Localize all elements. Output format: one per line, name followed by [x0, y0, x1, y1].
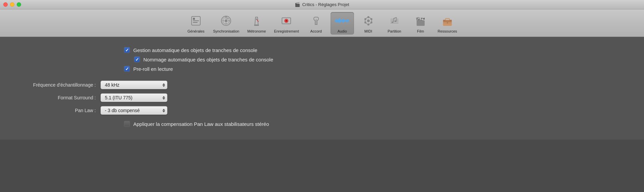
close-button[interactable]: [3, 2, 8, 7]
svg-line-11: [227, 18, 228, 19]
surround-arrow: [162, 96, 165, 100]
arrow-down-icon-2: [162, 98, 165, 100]
panlaw-dropdown[interactable]: - 3 db compensé: [100, 106, 167, 115]
svg-point-15: [256, 18, 257, 20]
title-icon: 🎬: [295, 2, 300, 7]
enregistrement-label: Enregistrement: [274, 29, 299, 33]
surround-dropdown[interactable]: 5.1 (ITU 775): [100, 93, 167, 102]
svg-point-37: [364, 21, 366, 23]
audio-icon: [335, 13, 350, 28]
traffic-lights: [3, 2, 21, 7]
checkboxes-section: ✓ Gestion automatique des objets de tran…: [124, 47, 273, 75]
toolbar-item-enregistrement[interactable]: Enregistrement: [271, 12, 302, 35]
checkbox-row-4: ✓ Appliquer la compensation Pan Law aux …: [124, 121, 269, 127]
arrow-up-icon-3: [162, 109, 165, 110]
svg-point-34: [370, 18, 372, 20]
checkbox-1[interactable]: ✓: [124, 47, 130, 53]
svg-rect-60: [447, 22, 448, 23]
checkbox-4-label: Appliquer la compensation Pan Law aux st…: [133, 121, 269, 127]
svg-rect-25: [340, 19, 341, 22]
svg-point-39: [367, 19, 370, 22]
toolbar: Générales Synchronisation: [0, 9, 644, 37]
checkbox-4[interactable]: ✓: [124, 121, 130, 127]
svg-point-33: [367, 16, 369, 18]
panlaw-arrow: [162, 109, 165, 112]
titlebar: 🎬 Critics - Réglages Projet: [0, 0, 644, 9]
ressources-label: Ressources: [438, 29, 457, 33]
arrow-up-icon-2: [162, 96, 165, 98]
window-title: 🎬 Critics - Réglages Projet: [295, 2, 349, 7]
svg-rect-58: [445, 18, 449, 20]
enregistrement-icon: [279, 13, 294, 28]
panlaw-value: - 3 db compensé: [105, 108, 140, 113]
partition-label: Partition: [388, 29, 401, 33]
ressources-icon: [440, 13, 455, 28]
checkmark-4: ✓: [125, 122, 129, 126]
minimize-button[interactable]: [10, 2, 14, 7]
checkmark-3: ✓: [125, 67, 129, 71]
maximize-button[interactable]: [17, 2, 21, 7]
synchronisation-label: Synchronisation: [213, 29, 239, 33]
checkbox-1-label: Gestion automatique des objets de tranch…: [133, 47, 257, 53]
surround-label: Format Surround :: [0, 95, 100, 100]
checkmark-1: ✓: [125, 48, 129, 52]
svg-rect-22: [336, 19, 337, 23]
accord-label: Accord: [310, 29, 322, 33]
svg-point-19: [286, 20, 287, 21]
title-text: Critics - Réglages Projet: [302, 2, 349, 7]
checkbox-3[interactable]: ✓: [124, 66, 130, 72]
frequence-value: 48 kHz: [105, 82, 120, 88]
svg-rect-29: [345, 20, 346, 21]
svg-rect-16: [254, 25, 259, 26]
svg-rect-21: [335, 20, 336, 22]
checkbox-3-label: Pre-roll en lecture: [133, 66, 173, 72]
metronome-label: Métronome: [247, 29, 266, 33]
frequence-arrow: [162, 83, 165, 87]
toolbar-item-partition[interactable]: Partition: [383, 12, 406, 35]
svg-rect-2: [193, 20, 199, 21]
svg-rect-3: [193, 22, 198, 23]
midi-label: MIDI: [364, 29, 372, 33]
svg-rect-28: [344, 19, 345, 22]
arrow-down-icon: [162, 85, 165, 87]
toolbar-item-accord[interactable]: Accord: [304, 12, 328, 35]
svg-point-36: [367, 23, 369, 26]
checkbox-row-3: ✓ Pre-roll en lecture: [124, 66, 273, 72]
svg-rect-27: [343, 19, 344, 23]
toolbar-item-metronome[interactable]: Métronome: [244, 12, 269, 35]
svg-point-35: [370, 21, 372, 23]
svg-rect-24: [339, 18, 340, 23]
toolbar-item-midi[interactable]: MIDI: [357, 12, 380, 35]
svg-point-38: [364, 18, 366, 20]
checkbox-2[interactable]: ✓: [134, 56, 140, 62]
svg-rect-26: [341, 20, 342, 22]
frequence-row: Fréquence d'échantillonnage : 48 kHz: [0, 81, 167, 89]
svg-rect-30: [346, 19, 347, 22]
film-icon: [413, 13, 428, 28]
checkbox-2-label: Nommage automatique des objets de tranch…: [143, 57, 273, 62]
checkmark-2: ✓: [135, 57, 139, 62]
metronome-icon: [249, 13, 264, 28]
film-label: Film: [417, 29, 424, 33]
svg-line-48: [393, 17, 397, 18]
generales-label: Générales: [188, 29, 205, 33]
checkbox-row-1: ✓ Gestion automatique des objets de tran…: [124, 47, 273, 53]
synchronisation-icon: [219, 13, 233, 28]
toolbar-item-audio[interactable]: Audio: [331, 12, 354, 35]
surround-row: Format Surround : 5.1 (ITU 775): [0, 93, 167, 102]
main-content: ✓ Gestion automatique des objets de tran…: [0, 37, 644, 140]
checkbox-row-2: ✓ Nommage automatique des objets de tran…: [134, 56, 273, 62]
arrow-down-icon-3: [162, 111, 165, 112]
svg-point-5: [225, 19, 227, 22]
panlaw-row: Pan Law : - 3 db compensé: [0, 106, 167, 115]
toolbar-item-synchronisation[interactable]: Synchronisation: [210, 12, 242, 35]
toolbar-item-ressources[interactable]: Ressources: [435, 12, 460, 35]
toolbar-item-generales[interactable]: Générales: [184, 12, 208, 35]
toolbar-item-film[interactable]: Film: [409, 12, 432, 35]
surround-value: 5.1 (ITU 775): [105, 95, 132, 100]
settings-block: ✓ Gestion automatique des objets de tran…: [0, 47, 644, 130]
svg-rect-1: [193, 18, 195, 20]
svg-rect-23: [337, 19, 338, 22]
svg-rect-31: [348, 20, 349, 22]
frequence-dropdown[interactable]: 48 kHz: [100, 81, 167, 89]
